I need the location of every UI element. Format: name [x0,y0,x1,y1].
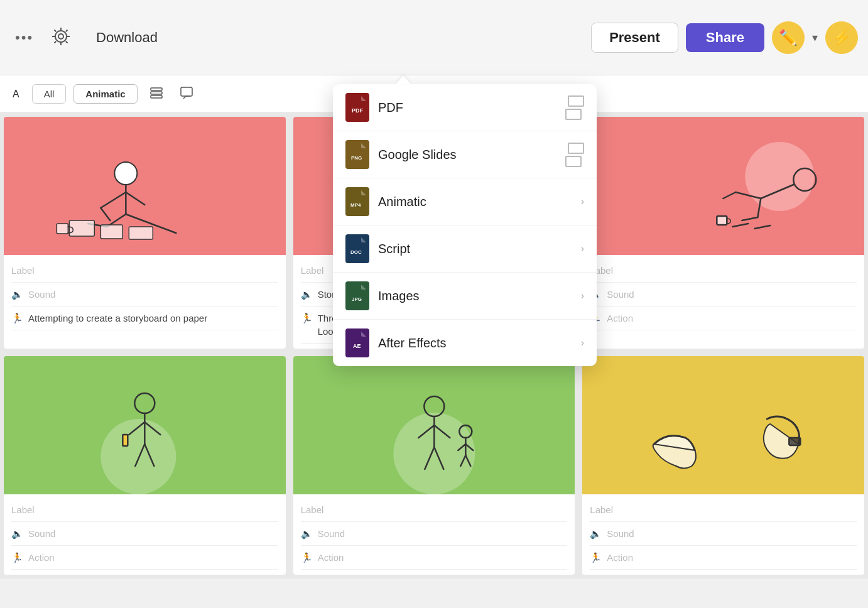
download-dropdown: PDF PDF PNG Google Slides [333,75,597,366]
action-icon-5: 🏃 [301,552,313,563]
svg-rect-2 [151,88,162,90]
view-mode-label: A [13,89,19,100]
comment-icon [179,85,194,100]
label-row-5: Label [301,499,568,522]
label-field-6: Label [590,504,613,515]
svg-line-13 [100,192,126,208]
svg-rect-19 [57,224,68,234]
illustration-3 [582,117,864,255]
card-fields-4: Label 🔈 Sound 🏃 Action [4,494,286,575]
svg-rect-3 [151,92,162,94]
illustration-5 [293,356,575,494]
doc-icon: DOC [345,234,369,263]
dropdown-item-animatic[interactable]: MP4 Animatic › [333,178,597,225]
svg-line-36 [742,217,758,220]
card-fields-6: Label 🔈 Sound 🏃 Action [582,494,864,575]
sound-text-4: Sound [28,527,55,540]
action-icon-6: 🏃 [590,552,602,563]
svg-rect-37 [717,216,727,225]
svg-text:MP4: MP4 [350,202,361,208]
label-row-4: Label [11,499,278,522]
user-avatar-bolt[interactable]: ⚡ [825,21,858,54]
download-button[interactable]: Download [84,23,170,52]
svg-rect-47 [122,435,127,446]
dropdown-item-pdf[interactable]: PDF PDF [333,84,597,131]
animatic-chevron: › [581,196,584,207]
sound-text-5: Sound [318,527,345,540]
header: ••• Download Present Share ✏️ ▾ ⚡ [0,0,868,75]
gear-icon [51,26,71,46]
action-text-4: Action [28,551,55,564]
sound-text-1: Sound [28,288,55,301]
svg-text:AE: AE [353,343,361,349]
dropdown-caret [396,75,411,84]
svg-rect-4 [151,95,162,98]
svg-text:PDF: PDF [352,107,364,114]
sound-row-5: 🔈 Sound [301,522,568,546]
all-button[interactable]: All [32,84,67,104]
dropdown-item-images[interactable]: JPG Images › [333,273,597,320]
ae-icon: AE [345,328,369,357]
label-field-2: Label [301,265,324,276]
jpg-icon: JPG [345,281,369,310]
jpg-file-icon: JPG [349,285,366,307]
dropdown-item-google-slides[interactable]: PNG Google Slides [333,131,597,178]
svg-rect-17 [100,225,122,239]
svg-line-14 [100,208,110,220]
action-row-3: 🏃 Action [590,307,857,330]
user-avatar-pencil[interactable]: ✏️ [772,21,805,54]
label-row-1: Label [11,260,278,283]
illustration-1 [4,117,286,255]
storyboard-card-5: Label 🔈 Sound 🏃 Action [293,356,575,575]
settings-button[interactable] [46,21,76,53]
svg-point-40 [100,419,176,494]
sound-row-6: 🔈 Sound [590,522,857,546]
pdf-file-icon: PDF [349,96,366,119]
sound-icon-1: 🔈 [11,289,23,300]
dropdown-item-script[interactable]: DOC Script › [333,225,597,273]
share-button[interactable]: Share [686,23,764,52]
more-options-button[interactable]: ••• [10,24,38,51]
dropdown-menu: PDF PDF PNG Google Slides [333,84,597,366]
animatic-button[interactable]: Animatic [73,84,137,104]
sound-icon-2: 🔈 [301,289,313,300]
comment-view-button[interactable] [175,82,198,106]
svg-rect-61 [789,438,801,445]
storyboard-card-4: Label 🔈 Sound 🏃 Action [4,356,286,575]
present-button[interactable]: Present [591,23,678,53]
google-slides-right [565,143,584,167]
label-field-4: Label [11,504,35,515]
after-effects-chevron: › [581,337,584,349]
storyboard-card-1: Label 🔈 Sound 🏃 Attempting to create a s… [4,117,286,349]
card-image-3 [582,117,864,255]
png-icon: PNG [345,140,369,169]
pdf-icon: PDF [345,93,369,122]
svg-line-34 [724,192,736,198]
list-view-button[interactable] [145,82,168,106]
action-icon-2: 🏃 [301,313,313,324]
card-image-4 [4,356,286,494]
action-row-5: 🏃 Action [301,546,568,570]
svg-point-30 [746,142,815,211]
mp4-file-icon: MP4 [349,190,366,213]
illustration-4 [4,356,286,494]
svg-rect-18 [129,227,153,239]
sound-text-6: Sound [607,527,634,540]
svg-line-39 [755,225,771,229]
google-slides-label: Google Slides [378,148,556,162]
svg-text:DOC: DOC [350,249,362,255]
illustration-6 [582,356,864,494]
sound-icon-6: 🔈 [590,528,602,540]
svg-point-1 [55,31,67,42]
card-fields-1: Label 🔈 Sound 🏃 Attempting to create a s… [4,255,286,335]
svg-line-38 [733,224,749,227]
dropdown-item-after-effects[interactable]: AE After Effects › [333,320,597,366]
chevron-down-button[interactable]: ▾ [812,31,818,45]
action-row-6: 🏃 Action [590,546,857,570]
svg-point-0 [58,34,63,39]
sound-text-3: Sound [607,288,634,301]
after-effects-label: After Effects [378,336,572,350]
storyboard-card-3: Label 🔈 Sound 🏃 Action [582,117,864,349]
storyboard-card-6: Label 🔈 Sound 🏃 Action [582,356,864,575]
label-field-1: Label [11,265,35,276]
